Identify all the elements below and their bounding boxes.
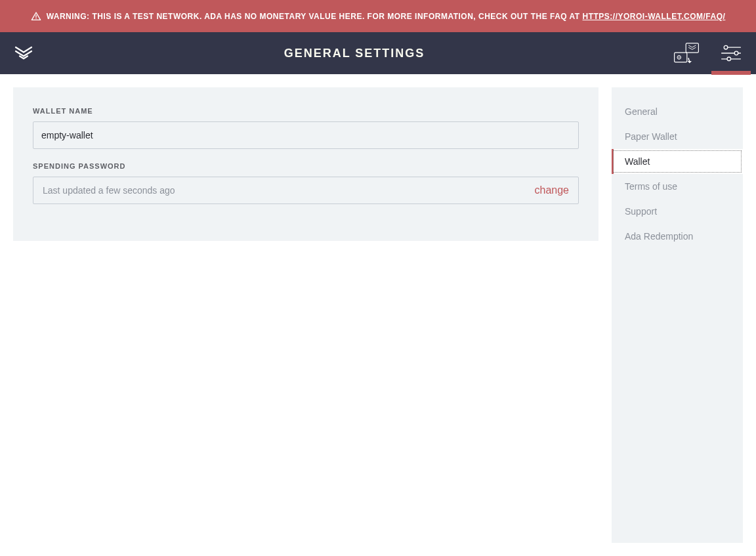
wallet-transfer-button[interactable] <box>667 32 706 74</box>
sidebar-item-ada-redemption[interactable]: Ada Redemption <box>612 224 743 249</box>
sidebar-item-paper-wallet[interactable]: Paper Wallet <box>612 124 743 149</box>
svg-point-1 <box>35 18 36 18</box>
wallet-name-field-group: WALLET NAME <box>33 107 579 149</box>
wallet-name-label: WALLET NAME <box>33 107 579 115</box>
sidebar-item-general[interactable]: General <box>612 99 743 124</box>
svg-point-10 <box>727 57 731 61</box>
test-network-warning-banner: WARNING: THIS IS A TEST NETWORK. ADA HAS… <box>0 0 756 32</box>
sidebar-item-support[interactable]: Support <box>612 199 743 224</box>
content-area: WALLET NAME SPENDING PASSWORD Last updat… <box>0 74 756 556</box>
page-title: General Settings <box>42 47 667 60</box>
svg-point-5 <box>724 45 728 49</box>
sidebar-item-terms-of-use[interactable]: Terms of use <box>612 174 743 199</box>
warning-prefix: WARNING: <box>47 12 90 21</box>
warning-message: THIS IS A TEST NETWORK. ADA HAS NO MONET… <box>92 12 579 21</box>
warning-faq-link[interactable]: HTTPS://YOROI-WALLET.COM/FAQ/ <box>583 12 726 21</box>
warning-text: WARNING: THIS IS A TEST NETWORK. ADA HAS… <box>47 11 726 22</box>
sidebar-item-wallet[interactable]: Wallet <box>612 149 743 174</box>
spending-password-status: Last updated a few seconds ago <box>43 185 175 196</box>
nav-actions <box>667 32 751 74</box>
wallet-name-input[interactable] <box>33 121 579 149</box>
app-logo[interactable] <box>5 43 42 63</box>
top-navigation-bar: General Settings <box>0 32 756 74</box>
change-password-button[interactable]: change <box>535 184 570 196</box>
settings-button[interactable] <box>711 32 751 74</box>
svg-rect-2 <box>686 43 698 53</box>
spending-password-row: Last updated a few seconds ago change <box>33 177 579 204</box>
settings-sidebar: General Paper Wallet Wallet Terms of use… <box>612 87 743 543</box>
spending-password-field-group: SPENDING PASSWORD Last updated a few sec… <box>33 162 579 204</box>
warning-triangle-icon <box>31 11 41 22</box>
svg-point-7 <box>734 51 738 55</box>
spending-password-label: SPENDING PASSWORD <box>33 162 579 170</box>
settings-main-panel: WALLET NAME SPENDING PASSWORD Last updat… <box>13 87 598 241</box>
